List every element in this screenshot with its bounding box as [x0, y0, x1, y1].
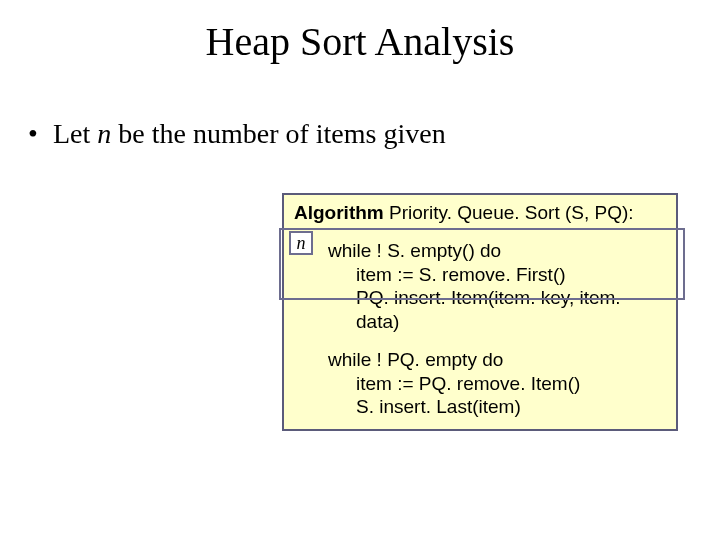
bullet-text-n: n — [97, 118, 111, 149]
code-line: item := S. remove. First() — [294, 263, 666, 287]
algorithm-box: Algorithm Priority. Queue. Sort (S, PQ):… — [282, 193, 678, 431]
bullet-text-suffix: be the number of items given — [111, 118, 445, 149]
code-line: while ! S. empty() do — [294, 239, 666, 263]
algorithm-signature: Priority. Queue. Sort (S, PQ): — [384, 202, 634, 223]
bullet-text-prefix: Let — [53, 118, 97, 149]
algorithm-header: Algorithm Priority. Queue. Sort (S, PQ): — [294, 201, 666, 225]
code-line: PQ. insert. Item(item. key, item. data) — [294, 286, 666, 334]
slide: Heap Sort Analysis • Let n be the number… — [0, 0, 720, 540]
slide-title: Heap Sort Analysis — [0, 18, 720, 65]
code-line: while ! PQ. empty do — [294, 348, 666, 372]
algorithm-block-1: while ! S. empty() do item := S. remove.… — [294, 239, 666, 334]
code-line: item := PQ. remove. Item() — [294, 372, 666, 396]
bullet-line: • Let n be the number of items given — [28, 118, 446, 150]
code-line: S. insert. Last(item) — [294, 395, 666, 419]
algorithm-keyword: Algorithm — [294, 202, 384, 223]
algorithm-block-2: while ! PQ. empty do item := PQ. remove.… — [294, 348, 666, 419]
bullet-marker: • — [28, 118, 46, 150]
n-iterations-badge: n — [289, 231, 313, 255]
